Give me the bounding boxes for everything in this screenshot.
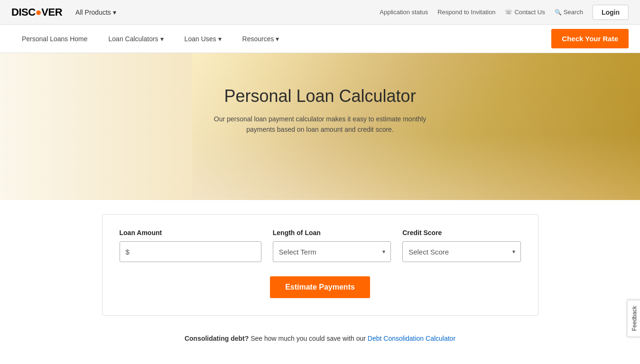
loan-term-field: Length of Loan Select Term 24 months (2 … bbox=[273, 229, 391, 262]
loan-amount-label: Loan Amount bbox=[120, 229, 261, 237]
login-label: Login bbox=[602, 9, 620, 16]
respond-invitation-label: Respond to Invitation bbox=[437, 9, 495, 16]
chevron-down-icon: ▾ bbox=[113, 9, 116, 16]
search-link[interactable]: Search bbox=[555, 9, 583, 16]
loan-uses-label: Loan Uses bbox=[185, 35, 216, 43]
credit-score-label: Credit Score bbox=[402, 229, 520, 237]
consolidating-debt-text: Consolidating debt? bbox=[185, 335, 249, 342]
term-select-wrap: Select Term 24 months (2 years) 36 month… bbox=[273, 241, 391, 262]
nav-loan-uses[interactable]: Loan Uses bbox=[174, 25, 232, 53]
term-select[interactable]: Select Term 24 months (2 years) 36 month… bbox=[273, 241, 391, 262]
see-how-text: See how much you could save with our bbox=[250, 335, 368, 342]
score-select[interactable]: Select Score Excellent (720-850) Good (6… bbox=[402, 241, 520, 262]
check-your-rate-button[interactable]: Check Your Rate bbox=[551, 29, 629, 48]
logo: DISC●VER bbox=[11, 6, 62, 18]
hero-content: Personal Loan Calculator Our personal lo… bbox=[0, 53, 640, 135]
hero-subtitle: Our personal loan payment calculator mak… bbox=[206, 114, 434, 135]
logo-dot: ● bbox=[36, 6, 42, 18]
nav-resources[interactable]: Resources bbox=[232, 25, 290, 53]
bottom-text-section: Consolidating debt? See how much you cou… bbox=[0, 325, 640, 352]
phone-icon bbox=[505, 9, 512, 16]
respond-invitation-link[interactable]: Respond to Invitation bbox=[437, 9, 495, 16]
calculator-button-row: Estimate Payments bbox=[120, 276, 521, 298]
check-your-rate-label: Check Your Rate bbox=[562, 35, 618, 43]
loan-calculators-label: Loan Calculators bbox=[109, 35, 158, 43]
calculator-fields-row: Loan Amount $ Length of Loan Select Term… bbox=[120, 229, 521, 262]
loan-amount-input[interactable] bbox=[132, 248, 255, 256]
dollar-sign: $ bbox=[126, 248, 130, 256]
utility-bar: DISC●VER All Products ▾ Application stat… bbox=[0, 0, 640, 25]
hero-section: Personal Loan Calculator Our personal lo… bbox=[0, 53, 640, 200]
search-label: Search bbox=[564, 9, 583, 16]
nav-personal-loans-home[interactable]: Personal Loans Home bbox=[11, 25, 98, 53]
utility-right: Application status Respond to Invitation… bbox=[380, 5, 629, 20]
estimate-payments-label: Estimate Payments bbox=[285, 283, 355, 291]
debt-consolidation-link-text: Debt Consolidation Calculator bbox=[368, 335, 455, 342]
all-products-button[interactable]: All Products ▾ bbox=[72, 7, 120, 18]
main-nav: Personal Loans Home Loan Calculators Loa… bbox=[0, 25, 640, 53]
calculator-card: Loan Amount $ Length of Loan Select Term… bbox=[102, 214, 538, 316]
login-button[interactable]: Login bbox=[593, 5, 629, 20]
contact-us-label: Contact Us bbox=[514, 9, 545, 16]
nav-loan-calculators[interactable]: Loan Calculators bbox=[98, 25, 174, 53]
feedback-button[interactable]: Feedback bbox=[627, 300, 640, 337]
logo-area: DISC●VER bbox=[11, 6, 62, 18]
loan-term-label: Length of Loan bbox=[273, 229, 391, 237]
app-status-link[interactable]: Application status bbox=[380, 9, 428, 16]
loan-amount-input-wrap[interactable]: $ bbox=[120, 241, 261, 262]
score-select-wrap: Select Score Excellent (720-850) Good (6… bbox=[402, 241, 520, 262]
personal-loans-home-label: Personal Loans Home bbox=[22, 35, 88, 43]
contact-us-link[interactable]: Contact Us bbox=[505, 9, 545, 16]
all-products-label: All Products bbox=[75, 9, 111, 16]
debt-consolidation-link[interactable]: Debt Consolidation Calculator bbox=[368, 335, 455, 342]
utility-left: DISC●VER All Products ▾ bbox=[11, 6, 120, 18]
search-icon bbox=[555, 9, 562, 16]
credit-score-field: Credit Score Select Score Excellent (720… bbox=[402, 229, 520, 262]
resources-label: Resources bbox=[242, 35, 274, 43]
estimate-payments-button[interactable]: Estimate Payments bbox=[270, 276, 370, 298]
calculator-section: Loan Amount $ Length of Loan Select Term… bbox=[0, 200, 640, 325]
feedback-label: Feedback bbox=[631, 306, 638, 331]
hero-title: Personal Loan Calculator bbox=[0, 86, 640, 106]
app-status-label: Application status bbox=[380, 9, 428, 16]
loan-amount-field: Loan Amount $ bbox=[120, 229, 261, 262]
